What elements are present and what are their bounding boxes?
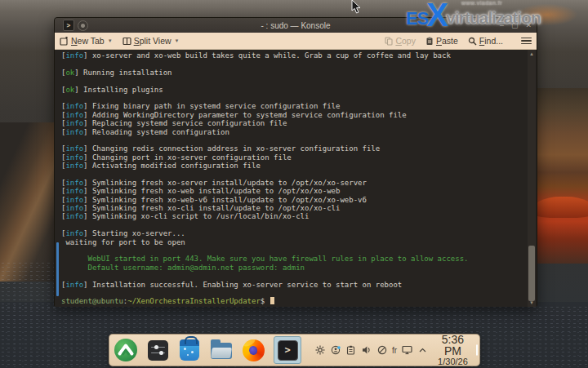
application-launcher-icon — [114, 339, 137, 361]
scrollbar-thumb[interactable] — [528, 246, 535, 301]
wallpaper-boat-left — [0, 122, 54, 282]
konsole-window: > - : sudo — Konsole – ▢ ✕ New Tab ▼ Spl… — [54, 17, 537, 306]
terminal-line — [61, 272, 525, 280]
system-settings-button[interactable] — [146, 339, 169, 361]
copy-button[interactable]: Copy — [385, 36, 416, 46]
split-view-label: Split View — [134, 36, 172, 46]
clipboard-icon[interactable] — [345, 345, 356, 356]
new-tab-button[interactable]: New Tab ▼ — [60, 36, 113, 46]
terminal-line — [61, 77, 525, 85]
scroll-up-icon[interactable]: ▲ — [528, 51, 535, 57]
terminal-scrollbar[interactable]: ▲ ▼ — [528, 50, 536, 307]
mouse-cursor — [351, 0, 363, 18]
terminal-line: [info] Starting xo-server... — [61, 229, 525, 237]
terminal-line: [info] Symlinking fresh xo-web-v6 instal… — [61, 196, 525, 204]
konsole-task-button[interactable]: > — [274, 336, 301, 364]
terminal-line: [info] xo-server and xo-web build takes … — [61, 51, 525, 60]
user-switch-icon[interactable] — [330, 345, 341, 356]
terminal-cursor — [270, 297, 274, 304]
clock-date: 1/30/26 — [438, 357, 468, 367]
show-desktop-button[interactable] — [476, 344, 478, 356]
clock-time: 5:36 PM — [438, 334, 468, 357]
terminal-line: [info] Symlinking xo-cli script to /usr/… — [61, 212, 525, 220]
terminal-output: [info] xo-server and xo-web build takes … — [61, 51, 525, 306]
discover-icon — [180, 339, 199, 361]
hamburger-menu-button[interactable] — [521, 38, 532, 45]
terminal-line — [61, 246, 525, 255]
terminal-line: [ok] Running installation — [61, 69, 525, 77]
split-view-button[interactable]: Split View ▼ — [122, 36, 180, 46]
taskbar-panel: > fr 5:36 PM 1/30/26 — [109, 334, 480, 366]
terminal-line: [info] Replacing systemd service configu… — [61, 119, 525, 127]
maximize-button[interactable]: ▢ — [511, 21, 519, 29]
terminal-line — [61, 289, 525, 297]
system-tray: fr — [314, 345, 428, 356]
digital-clock[interactable]: 5:36 PM 1/30/26 — [438, 334, 468, 367]
paste-button[interactable]: Paste — [425, 36, 458, 46]
display-icon[interactable] — [402, 345, 412, 356]
updates-icon[interactable] — [314, 345, 325, 356]
split-view-icon — [122, 37, 131, 46]
discover-button[interactable] — [178, 339, 201, 361]
copy-label: Copy — [395, 36, 416, 46]
volume-icon[interactable] — [361, 345, 372, 356]
terminal-line: [ok] Installing plugins — [61, 86, 525, 94]
terminal-line — [61, 136, 525, 144]
wallpaper-boats-right — [534, 88, 588, 264]
minimize-button[interactable]: – — [500, 21, 504, 29]
find-label: Find... — [479, 36, 503, 46]
copy-icon — [385, 37, 393, 46]
split-view-caret-icon[interactable]: ▼ — [175, 38, 180, 43]
terminal-line: [info] Changing redis connection address… — [61, 144, 525, 153]
close-button[interactable]: ✕ — [525, 21, 532, 29]
firefox-icon — [243, 339, 265, 361]
file-manager-button[interactable] — [210, 339, 233, 361]
paste-label: Paste — [436, 36, 458, 46]
terminal-line: [info] Symlinking fresh xo-web install/u… — [61, 187, 525, 195]
shell-prompt: student@ubuntu:~/XenOrchestraInstallerUp… — [61, 297, 525, 305]
terminal-line: [info] Adding WorkingDirectory parameter… — [61, 111, 525, 119]
search-icon — [468, 37, 477, 46]
window-titlebar[interactable]: > - : sudo — Konsole – ▢ ✕ — [55, 18, 537, 33]
window-title: - : sudo — Konsole — [55, 21, 537, 30]
network-icon[interactable] — [376, 345, 387, 356]
terminal-line: [info] Reloading systemd configuration — [61, 128, 525, 136]
file-manager-icon — [211, 341, 232, 359]
terminal-line — [61, 60, 525, 68]
application-launcher-button[interactable] — [114, 339, 137, 361]
terminal-line — [61, 221, 525, 229]
konsole-toolbar: New Tab ▼ Split View ▼ Copy Paste — [55, 33, 537, 50]
scroll-down-icon[interactable]: ▼ — [528, 299, 535, 306]
firefox-button[interactable] — [242, 339, 265, 361]
terminal-line: [info] Symlinking fresh xo-cli install/u… — [61, 204, 525, 212]
find-button[interactable]: Find... — [468, 36, 503, 46]
new-output-indicator — [56, 242, 59, 296]
terminal-viewport[interactable]: [info] xo-server and xo-web build takes … — [55, 50, 537, 307]
terminal-line — [61, 170, 525, 178]
terminal-line: [info] Symlinking fresh xo-server instal… — [61, 179, 525, 187]
terminal-line: [info] Activating modified configuration… — [61, 162, 525, 170]
system-settings-icon — [148, 340, 168, 361]
keyboard-layout-indicator[interactable]: fr — [392, 346, 397, 355]
terminal-line: [info] Installation successful. Enabling… — [61, 281, 525, 289]
terminal-line: WebUI started in port 443. Make sure you… — [61, 255, 525, 263]
terminal-line: Default username: admin@admin.net passwo… — [61, 264, 525, 272]
paste-icon — [425, 37, 434, 46]
terminal-line: [info] Changing port in xo-server config… — [61, 153, 525, 162]
new-tab-label: New Tab — [71, 36, 105, 46]
terminal-line: [info] Fixing binary path in systemd ser… — [61, 102, 525, 110]
new-tab-caret-icon[interactable]: ▼ — [108, 38, 113, 43]
wallpaper-pebbles-left — [0, 261, 56, 310]
terminal-line: waiting for port to be open — [61, 238, 525, 246]
new-tab-icon — [60, 37, 69, 46]
konsole-task-icon: > — [278, 340, 298, 361]
tray-expand-icon[interactable] — [417, 345, 428, 356]
terminal-line — [61, 94, 525, 102]
